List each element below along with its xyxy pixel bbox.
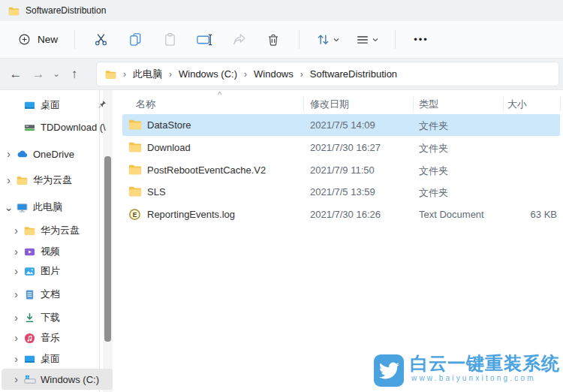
cut-button[interactable] [86,27,115,53]
chevron-down-icon [372,38,378,42]
column-header-date[interactable]: 修改日期 [310,98,349,111]
file-date: 2021/7/5 13:59 [310,186,375,198]
watermark: 白云一键重装系统 www.baiyunxitong.com [363,351,560,390]
file-date: 2021/7/30 16:26 [310,209,381,220]
plus-circle-icon [18,33,31,46]
svg-text:E: E [133,211,137,219]
folder-icon [128,164,142,176]
desktop-icon [24,353,36,365]
breadcrumb-softwaredistribution[interactable]: SoftwareDistribution [309,68,399,80]
scissors-icon [94,32,108,47]
sidebar-item-label: 华为云盘 [33,173,72,187]
breadcrumb-this-pc[interactable]: 此电脑 [131,68,164,81]
file-date: 2021/7/9 11:50 [310,164,375,176]
share-button[interactable] [224,27,253,53]
column-divider[interactable] [303,97,304,111]
share-icon [232,32,246,47]
chevron-right-icon[interactable]: › [11,289,21,300]
file-type: 文件夹 [419,119,448,133]
chevron-right-icon[interactable]: › [4,149,14,159]
sidebar-item-downloads[interactable]: › 下载 [0,307,113,328]
file-row-sls[interactable]: SLS 2021/7/5 13:59 文件夹 [122,181,560,203]
sidebar-item-windows-c[interactable]: › Windows (C:) [2,369,113,390]
chevron-right-icon[interactable]: › [4,175,14,185]
sidebar-item-pictures[interactable]: › 图片 [0,261,113,282]
more-button[interactable]: ••• [407,27,435,53]
address-row: ← → ⌄ ↑ › 此电脑 › Windows (C:) › Windows ›… [0,59,563,90]
windows-drive-icon [24,373,36,385]
column-header-name[interactable]: 名称 [136,98,155,111]
chevron-right-icon[interactable]: › [11,312,21,323]
sidebar-item-documents[interactable]: › 文档 [0,284,113,305]
rename-button[interactable] [190,27,218,53]
chevron-right-icon[interactable]: › [11,225,21,236]
paste-button[interactable] [155,27,184,53]
copy-button[interactable] [121,27,149,53]
folder-icon [128,141,142,153]
column-header-size[interactable]: 大小 [507,98,527,111]
sidebar-item-this-pc[interactable]: ⌄ 此电脑 [0,197,113,218]
sidebar-item-huawei-cloud-child[interactable]: › 华为云盘 [0,220,113,241]
sidebar-item-desktop-pinned[interactable]: 桌面 [0,95,113,116]
chevron-right-icon[interactable]: › [11,374,21,384]
watermark-title: 白云一键重装系统 [410,351,560,375]
new-button-label: New [38,34,58,45]
folder-icon [128,119,142,131]
sort-button[interactable] [310,27,345,53]
column-divider[interactable] [560,97,561,111]
chevron-down-icon [333,38,339,42]
file-list: ^ 名称 修改日期 类型 大小 DataStore 2021/7/5 14:09… [120,90,563,392]
file-row-reportingevents-log[interactable]: E ReportingEvents.log 2021/7/30 16:26 Te… [122,204,560,225]
sidebar-item-label: OneDrive [33,149,74,160]
more-icon: ••• [414,34,429,45]
this-pc-icon [17,201,29,213]
sidebar-item-label: 音乐 [41,331,60,345]
sidebar-scrollbar-thumb[interactable] [104,156,111,342]
address-bar[interactable]: › 此电脑 › Windows (C:) › Windows › Softwar… [96,62,559,86]
file-type: 文件夹 [419,164,448,178]
window-titlebar: SoftwareDistribution [0,0,563,21]
sidebar-item-videos[interactable]: › 视频 [0,241,113,262]
sidebar-item-music[interactable]: › 音乐 [0,327,113,348]
file-name: Download [147,142,191,153]
chevron-right-icon[interactable]: › [11,354,21,364]
folder-icon [17,174,29,186]
copy-icon [128,32,143,47]
folder-icon [128,185,142,198]
toolbar-separator [74,30,75,49]
folder-icon [24,225,36,237]
sidebar-item-label: 图片 [41,264,60,278]
chevron-down-icon[interactable]: ⌄ [4,202,14,213]
history-chevron-button[interactable]: ⌄ [50,63,63,86]
breadcrumb-windows[interactable]: Windows [252,68,295,80]
sidebar-item-desktop[interactable]: › 桌面 [0,348,113,369]
chevron-right-icon[interactable]: › [11,266,21,276]
column-divider[interactable] [503,97,504,111]
sidebar-item-onedrive[interactable]: › OneDrive [0,143,113,164]
sidebar-item-label: Windows (C:) [41,374,99,385]
new-button[interactable]: New [10,28,66,51]
clipboard-icon [163,32,177,47]
file-row-datastore[interactable]: DataStore 2021/7/5 14:09 文件夹 [122,114,560,136]
back-button[interactable]: ← [5,63,27,86]
up-button[interactable]: ↑ [63,63,86,86]
delete-button[interactable] [259,27,288,53]
breadcrumb-windows-c[interactable]: Windows (C:) [177,68,239,80]
column-headers: ^ 名称 修改日期 类型 大小 [120,92,563,114]
onedrive-icon [17,148,29,160]
chevron-right-icon[interactable]: › [11,333,21,343]
file-row-download[interactable]: Download 2021/7/30 16:27 文件夹 [122,137,560,158]
column-divider[interactable] [413,97,414,111]
breadcrumb-separator: › [295,69,309,80]
sidebar-item-label: 视频 [41,245,60,258]
chevron-right-icon[interactable]: › [11,246,21,257]
forward-button[interactable]: → [27,63,50,86]
sidebar-item-label: 桌面 [41,98,60,112]
view-button[interactable] [350,27,384,53]
file-row-postrebooteventcache[interactable]: PostRebootEventCache.V2 2021/7/9 11:50 文… [122,159,560,181]
breadcrumb-separator: › [239,69,252,80]
navigation-pane: 桌面 TDDownload (\ › OneDrive › 华为云盘 ⌄ 此电脑… [0,90,99,392]
column-header-type[interactable]: 类型 [419,98,438,111]
sidebar-item-tddownload[interactable]: TDDownload (\ [0,116,113,137]
sidebar-item-huawei-cloud[interactable]: › 华为云盘 [0,170,113,191]
